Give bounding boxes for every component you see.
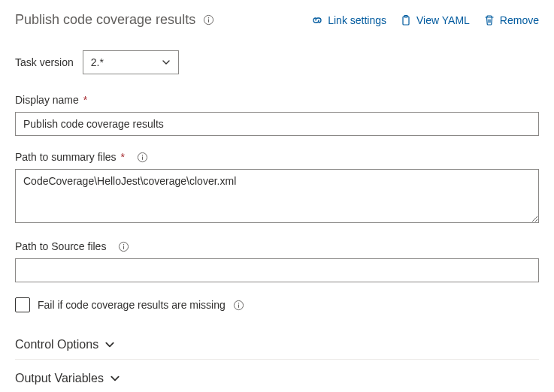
- remove-label: Remove: [500, 14, 539, 26]
- source-path-label: Path to Source files: [15, 240, 106, 252]
- svg-point-9: [123, 243, 125, 245]
- clipboard-icon: [400, 14, 412, 26]
- fail-if-missing-checkbox[interactable]: [15, 297, 30, 312]
- info-icon[interactable]: [203, 14, 214, 26]
- required-mark: *: [121, 151, 125, 163]
- remove-button[interactable]: Remove: [483, 14, 539, 26]
- svg-point-12: [238, 302, 240, 303]
- view-yaml-button[interactable]: View YAML: [400, 14, 470, 26]
- svg-rect-13: [238, 304, 239, 307]
- page-title: Publish code coverage results: [15, 12, 195, 28]
- svg-point-6: [142, 154, 144, 155]
- chevron-down-icon: [104, 339, 115, 350]
- summary-path-input[interactable]: [15, 169, 539, 223]
- header-actions: Link settings View YAML Remove: [311, 14, 539, 26]
- chevron-down-icon: [110, 373, 120, 384]
- svg-rect-10: [123, 246, 124, 249]
- link-settings-button[interactable]: Link settings: [311, 14, 386, 26]
- view-yaml-label: View YAML: [416, 14, 470, 26]
- svg-rect-7: [142, 156, 143, 159]
- trash-icon: [483, 14, 495, 26]
- output-variables-label: Output Variables: [15, 372, 104, 385]
- display-name-label: Display name: [15, 94, 79, 106]
- task-version-select[interactable]: 2.*: [83, 50, 179, 74]
- svg-rect-2: [208, 20, 209, 23]
- task-version-value: 2.*: [91, 56, 104, 68]
- control-options-section[interactable]: Control Options: [15, 330, 539, 360]
- fail-if-missing-label: Fail if code coverage results are missin…: [38, 299, 226, 311]
- link-icon: [311, 14, 323, 26]
- output-variables-section[interactable]: Output Variables: [15, 364, 539, 392]
- source-path-input[interactable]: [15, 258, 539, 282]
- info-icon[interactable]: [233, 300, 244, 311]
- display-name-input[interactable]: [15, 112, 539, 136]
- summary-path-label: Path to summary files: [15, 151, 117, 163]
- svg-point-1: [208, 17, 210, 19]
- svg-rect-3: [403, 17, 409, 25]
- task-version-label: Task version: [15, 56, 74, 68]
- control-options-label: Control Options: [15, 338, 98, 351]
- info-icon[interactable]: [118, 241, 129, 252]
- chevron-down-icon: [162, 58, 171, 67]
- info-icon[interactable]: [137, 152, 148, 163]
- link-settings-label: Link settings: [328, 14, 386, 26]
- required-mark: *: [83, 94, 87, 106]
